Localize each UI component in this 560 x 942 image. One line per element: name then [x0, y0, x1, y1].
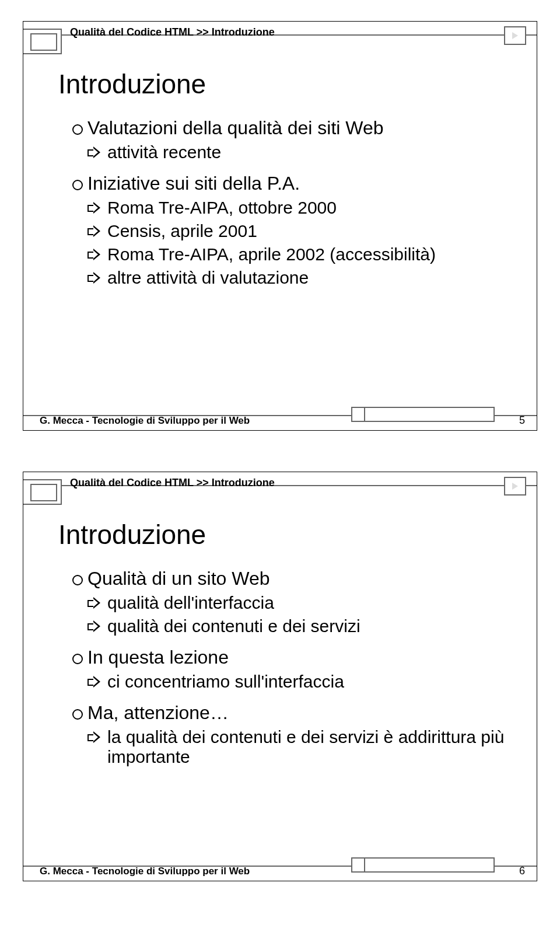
footer-right-box [364, 407, 495, 422]
bullet-level-2: attività recente [88, 142, 519, 162]
arrow-right-icon [88, 596, 100, 609]
bullet-level-2: la qualità dei contenuti e dei servizi è… [88, 727, 519, 767]
arrow-right-icon [88, 731, 100, 744]
bullet-level-1: Iniziative sui siti della P.A. [70, 173, 519, 194]
bullet-level-1: In questa lezione [70, 647, 519, 668]
bullet-text: Roma Tre-AIPA, ottobre 2000 [107, 198, 337, 217]
slide-2: Qualità del Codice HTML >> Introduzione … [23, 472, 537, 881]
footer-right-box [364, 857, 495, 873]
breadcrumb: Qualità del Codice HTML >> Introduzione [70, 26, 275, 39]
arrow-right-icon [88, 146, 100, 159]
bullet-level-2: ci concentriamo sull'interfaccia [88, 672, 519, 692]
top-left-tab [23, 29, 62, 54]
arrow-right-icon [88, 201, 100, 214]
top-left-tab [23, 479, 62, 505]
bullet-list: Qualità di un sito Web qualità dell'inte… [70, 568, 519, 767]
slide-body: Introduzione Qualità di un sito Web qual… [52, 513, 519, 846]
bullet-text: Censis, aprile 2001 [107, 221, 257, 240]
arrow-right-icon [88, 675, 100, 688]
bullet-text: Roma Tre-AIPA, aprile 2002 (accessibilit… [107, 245, 436, 264]
bullet-text: ci concentriamo sull'interfaccia [107, 672, 344, 691]
triangle-icon [512, 483, 518, 490]
footer-author: G. Mecca - Tecnologie di Sviluppo per il… [40, 415, 250, 427]
play-icon [504, 477, 526, 496]
arrow-right-icon [88, 225, 100, 238]
bullet-level-1: Valutazioni della qualità dei siti Web [70, 117, 519, 139]
bullet-text: altre attività di valutazione [107, 268, 309, 287]
footer-author: G. Mecca - Tecnologie di Sviluppo per il… [40, 866, 250, 877]
page-number: 5 [519, 414, 525, 427]
bullet-text: qualità dei contenuti e dei servizi [107, 616, 360, 636]
slide-title: Introduzione [58, 519, 519, 550]
bullet-level-1: Qualità di un sito Web [70, 568, 519, 589]
bullet-text: la qualità dei contenuti e dei servizi è… [107, 727, 504, 766]
triangle-icon [512, 32, 518, 39]
play-icon [504, 26, 526, 45]
bullet-level-2: Censis, aprile 2001 [88, 221, 519, 241]
bullet-text: attività recente [107, 142, 221, 162]
arrow-right-icon [88, 620, 100, 633]
page-number: 6 [519, 865, 525, 877]
bullet-level-2: qualità dei contenuti e dei servizi [88, 616, 519, 636]
slide-1: Qualità del Codice HTML >> Introduzione … [23, 21, 537, 431]
arrow-right-icon [88, 271, 100, 284]
bullet-text: qualità dell'interfaccia [107, 593, 274, 612]
bullet-level-2: qualità dell'interfaccia [88, 593, 519, 613]
bullet-level-1: Ma, attenzione… [70, 702, 519, 724]
top-left-tab-inner [30, 33, 57, 51]
bullet-level-2: altre attività di valutazione [88, 268, 519, 288]
page: Qualità del Codice HTML >> Introduzione … [0, 21, 560, 881]
bullet-list: Valutazioni della qualità dei siti Web a… [70, 117, 519, 288]
bullet-level-2: Roma Tre-AIPA, aprile 2002 (accessibilit… [88, 245, 519, 264]
top-left-tab-inner [30, 484, 57, 501]
arrow-right-icon [88, 248, 100, 261]
breadcrumb: Qualità del Codice HTML >> Introduzione [70, 477, 275, 489]
bullet-level-2: Roma Tre-AIPA, ottobre 2000 [88, 198, 519, 218]
slide-body: Introduzione Valutazioni della qualità d… [52, 62, 519, 395]
slide-title: Introduzione [58, 68, 519, 100]
